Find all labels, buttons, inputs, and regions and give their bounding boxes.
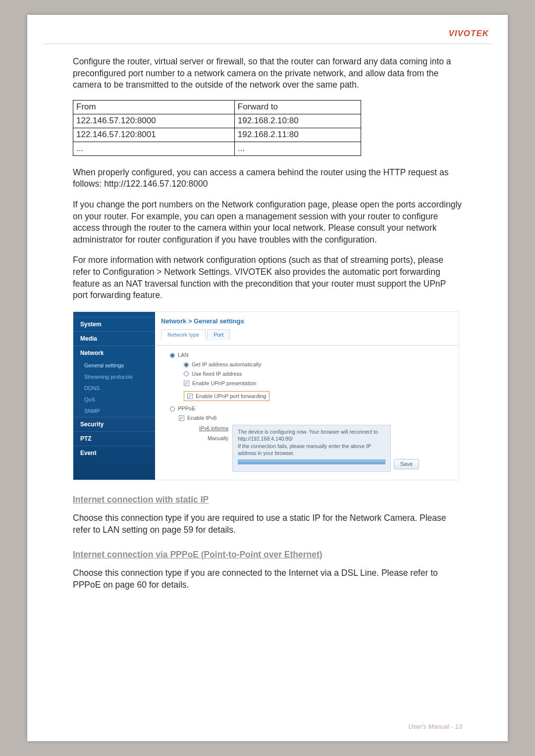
radio-icon: [170, 406, 175, 411]
checkbox-label: Enable IPv6: [187, 414, 216, 422]
checkbox-manually[interactable]: Manually: [184, 435, 228, 442]
save-button[interactable]: Save: [394, 459, 419, 469]
page-content: Configure the router, virtual server or …: [27, 56, 508, 591]
tab-network-type[interactable]: Network type: [161, 329, 206, 340]
paragraph: When properly configured, you can access…: [73, 167, 462, 190]
paragraph: If you change the port numbers on the Ne…: [73, 199, 462, 246]
radio-label: PPPoE: [178, 405, 195, 412]
intro-paragraph: Configure the router, virtual server or …: [73, 56, 462, 91]
sidebar-item-media[interactable]: Media: [73, 331, 155, 346]
checkbox-label: Enable UPnP presentation: [192, 380, 256, 387]
tabs: Network type Port: [161, 329, 453, 340]
checkbox-enable-ipv6[interactable]: Enable IPv6: [179, 414, 451, 422]
paragraph: Choose this connection type if you are c…: [73, 567, 462, 591]
sidebar-sub-general[interactable]: General settings: [73, 360, 155, 371]
checkbox-icon: [179, 415, 184, 421]
sidebar-sub-streaming[interactable]: Streaming protocols: [73, 371, 155, 383]
radio-icon: [184, 362, 189, 367]
forwarding-table: From Forward to 122.146.57.120:8000 192.…: [73, 100, 361, 156]
brand-bar: VIVOTEK: [27, 15, 508, 44]
radio-fixed-ip[interactable]: Use fixed IP address: [184, 370, 451, 378]
sidebar-item-event[interactable]: Event: [73, 446, 155, 460]
checkbox-icon: [184, 381, 189, 386]
page-footer: User's Manual - 13: [408, 723, 462, 730]
sidebar-item-ptz[interactable]: PTZ: [73, 431, 155, 446]
table-row: From Forward to: [73, 100, 361, 114]
checkbox-upnp-forwarding[interactable]: Enable UPnP port forwarding: [184, 391, 269, 402]
tooltip-wrap: The device is configuring now. Your brow…: [232, 425, 391, 472]
sidebar-sub-snmp[interactable]: SNMP: [73, 405, 155, 417]
heading-static-ip: Internet connection with static IP: [73, 494, 462, 506]
breadcrumb: Network > General settings: [155, 314, 459, 330]
sidebar-item-network[interactable]: Network: [73, 346, 155, 360]
col-forward-to: Forward to: [234, 100, 361, 114]
sidebar-sub-qos[interactable]: QoS: [73, 394, 155, 405]
checkbox-icon: [187, 394, 193, 399]
divider: [43, 44, 492, 44]
radio-lan[interactable]: LAN: [170, 352, 451, 359]
table-row: ... ...: [73, 142, 361, 155]
ipv6-info-link[interactable]: IPv6 informa: [184, 425, 228, 432]
settings-sidebar: System Media Network General settings St…: [73, 312, 155, 480]
checkbox-upnp-presentation[interactable]: Enable UPnP presentation: [184, 380, 451, 387]
tab-port[interactable]: Port: [207, 329, 230, 340]
ipv6-left-labels: IPv6 informa Manually: [184, 425, 228, 442]
tooltip-line: If the connection fails, please manually…: [238, 443, 385, 456]
radio-label: Use fixed IP address: [192, 370, 242, 378]
col-from: From: [73, 100, 235, 114]
progress-bar: [238, 459, 385, 464]
settings-main: Network > General settings Network type …: [155, 312, 459, 480]
radio-icon: [184, 371, 189, 376]
checkbox-label: Enable UPnP port forwarding: [196, 393, 266, 400]
radio-label: Get IP address automatically: [192, 361, 261, 368]
radio-icon: [170, 353, 175, 358]
radio-pppoe[interactable]: PPPoE: [170, 405, 451, 412]
sidebar-sub-ddns[interactable]: DDNS: [73, 383, 155, 394]
paragraph: For more information with network config…: [73, 254, 462, 302]
settings-screenshot: System Media Network General settings St…: [73, 311, 459, 480]
table-row: 122.146.57.120:8000 192.168.2.10:80: [73, 114, 361, 128]
radio-label: LAN: [178, 352, 188, 359]
heading-pppoe: Internet connection via PPPoE (Point-to-…: [73, 549, 462, 561]
ipv6-config-row: IPv6 informa Manually The device is conf…: [184, 425, 451, 472]
brand-logo: VIVOTEK: [448, 29, 489, 38]
status-tooltip: The device is configuring now. Your brow…: [232, 425, 391, 472]
sidebar-item-security[interactable]: Security: [73, 417, 155, 431]
radio-auto-ip[interactable]: Get IP address automatically: [184, 361, 451, 368]
sidebar-item-system[interactable]: System: [73, 317, 155, 331]
tooltip-line: The device is configuring now. Your brow…: [238, 428, 385, 442]
settings-panel: LAN Get IP address automatically Use fix…: [155, 345, 459, 475]
manual-page: VIVOTEK Configure the router, virtual se…: [27, 15, 508, 741]
checkbox-label: Manually: [208, 435, 228, 442]
paragraph: Choose this connection type if you are r…: [73, 512, 462, 536]
table-row: 122.146.57.120:8001 192.168.2.11:80: [73, 128, 361, 142]
